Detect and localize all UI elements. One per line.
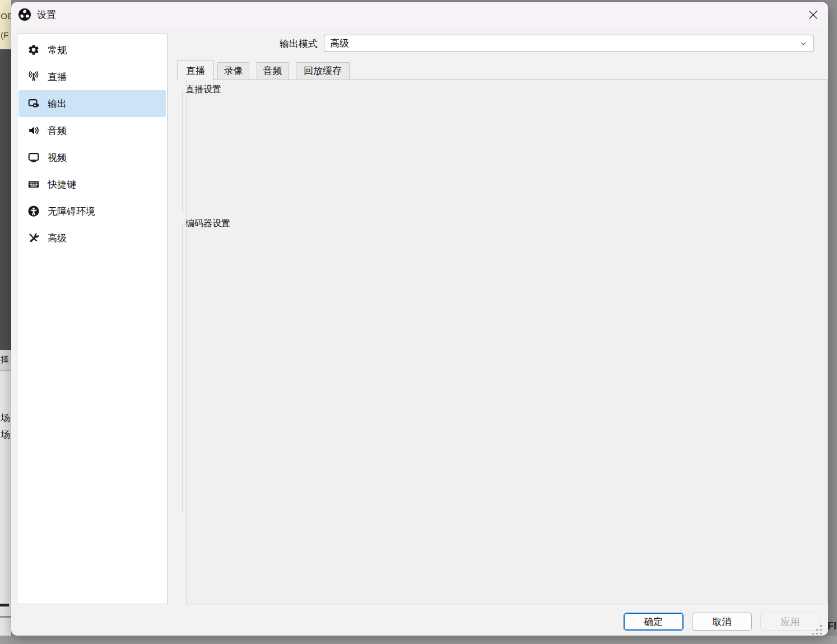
background-text-fragment: 择 [1,354,9,365]
sidebar-item-hotkeys[interactable]: 快捷键 [18,171,166,198]
tab-audio[interactable]: 音频 [257,62,289,80]
tab-stream[interactable]: 直播 [177,60,214,80]
sidebar-item-label: 快捷键 [48,178,76,191]
cancel-button-label: 取消 [713,615,732,628]
settings-sidebar: 常规 直播 输出 [17,34,168,604]
apply-button-label: 应用 [781,615,800,628]
background-text-fragment: OE [1,11,11,21]
background-text-fragment: (F [1,30,8,40]
output-mode-label: 输出模式 [182,38,318,50]
close-button[interactable] [805,7,821,22]
speaker-icon [27,124,40,137]
sidebar-item-label: 音频 [48,124,67,137]
keyboard-icon [27,178,40,190]
ok-button-label: 确定 [644,615,663,628]
sidebar-item-output[interactable]: 输出 [18,90,166,117]
chevron-down-icon [799,39,808,48]
tab-label: 录像 [224,64,243,77]
background-text-fragment: 场 [1,428,10,441]
sidebar-item-label: 常规 [48,44,67,57]
sidebar-item-label: 输出 [48,97,67,110]
broadcast-icon [27,71,40,83]
tab-label: 回放缓存 [304,64,342,77]
tab-label: 直播 [186,64,205,77]
close-icon [808,10,818,20]
gear-icon [27,44,40,56]
sidebar-item-audio[interactable]: 音频 [18,117,166,144]
tab-recording[interactable]: 录像 [217,62,249,80]
output-mode-select[interactable]: 高级 [324,35,813,52]
tools-icon [27,232,40,244]
title-bar[interactable]: 设置 [11,2,828,27]
sidebar-item-advanced[interactable]: 高级 [18,225,166,251]
ok-button[interactable]: 确定 [624,613,683,631]
sidebar-item-general[interactable]: 常规 [18,36,166,63]
sidebar-item-label: 高级 [48,232,67,245]
tab-label: 音频 [263,64,282,77]
background-text-fragment: 场 [1,412,10,424]
stream-tab-panel [187,79,827,604]
background-window-sliver [0,49,11,350]
background-divider [0,604,9,606]
cancel-button[interactable]: 取消 [692,613,752,631]
output-mode-value: 高级 [330,37,349,50]
screen: OE (F 择 场 场 FI 设置 [0,0,837,644]
output-icon [27,97,40,110]
tab-replay-buffer[interactable]: 回放缓存 [296,62,350,80]
apply-button[interactable]: 应用 [760,613,820,631]
sidebar-item-label: 无障碍环境 [48,205,95,218]
sidebar-item-label: 视频 [48,151,67,164]
background-text-fragment: FI [827,620,836,632]
obs-logo-icon [18,8,31,21]
background-window-sliver: 择 [0,350,11,370]
background-divider [0,616,11,618]
accessibility-icon [27,205,40,217]
background-window-sliver: OE (F [0,0,11,49]
encoder-settings-group-title: 编码器设置 [183,218,233,230]
background-window-sliver: 场 场 [0,371,11,636]
stream-settings-group-title: 直播设置 [183,84,224,96]
sidebar-item-label: 直播 [48,71,67,83]
sidebar-item-stream[interactable]: 直播 [18,63,166,90]
background-window-sliver [0,636,837,644]
dialog-title: 设置 [37,8,56,21]
sidebar-item-accessibility[interactable]: 无障碍环境 [18,198,166,225]
sidebar-item-video[interactable]: 视频 [18,144,166,171]
monitor-icon [27,151,40,164]
settings-dialog: 设置 常规 直播 [11,2,828,636]
